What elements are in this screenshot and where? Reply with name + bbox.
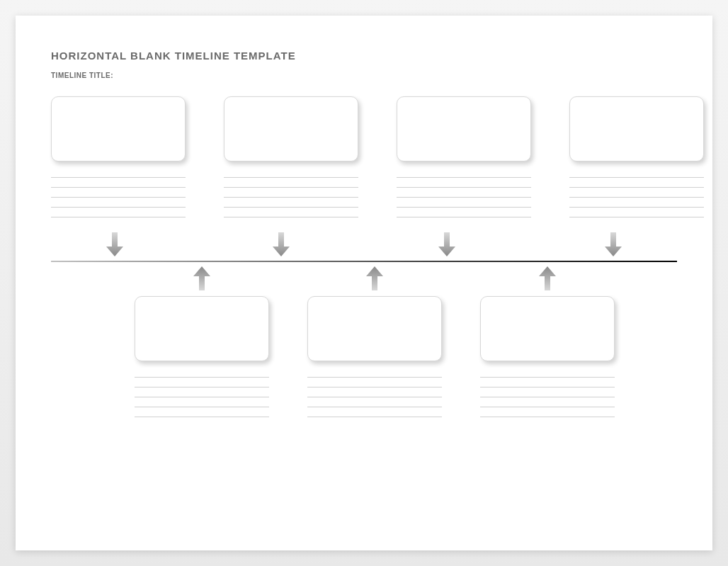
writing-line[interactable]: [135, 407, 269, 407]
arrow-down-icon: [106, 232, 123, 256]
event-block: [307, 296, 442, 426]
event-block: [397, 96, 531, 227]
writing-line[interactable]: [397, 217, 531, 217]
down-arrows-row: [51, 232, 677, 256]
event-card[interactable]: [224, 96, 358, 162]
event-card[interactable]: [397, 96, 531, 162]
writing-line[interactable]: [307, 397, 442, 397]
arrow-down-icon: [438, 232, 455, 256]
event-block: [569, 96, 704, 227]
up-arrows-row: [135, 266, 677, 290]
writing-line[interactable]: [224, 197, 358, 198]
event-card[interactable]: [307, 296, 442, 361]
writing-line[interactable]: [51, 187, 186, 188]
event-block: [480, 296, 615, 426]
writing-line[interactable]: [51, 207, 186, 208]
timeline-title-label: TIMELINE TITLE:: [51, 72, 677, 79]
event-lines: [224, 177, 358, 217]
writing-line[interactable]: [135, 377, 269, 378]
arrow-up-icon: [539, 266, 556, 290]
page-title: HORIZONTAL BLANK TIMELINE TEMPLATE: [51, 50, 677, 62]
arrow-down-icon: [273, 232, 290, 256]
event-lines: [480, 377, 615, 417]
top-events-row: [51, 96, 677, 227]
writing-line[interactable]: [224, 207, 358, 208]
writing-line[interactable]: [135, 417, 269, 417]
event-card[interactable]: [569, 96, 704, 162]
writing-line[interactable]: [224, 177, 358, 178]
event-block: [224, 96, 358, 227]
writing-line[interactable]: [569, 207, 704, 208]
writing-line[interactable]: [569, 187, 704, 188]
writing-line[interactable]: [397, 187, 531, 188]
event-card[interactable]: [480, 296, 615, 361]
event-card[interactable]: [51, 96, 186, 162]
event-lines: [135, 377, 269, 417]
event-lines: [397, 177, 531, 217]
writing-line[interactable]: [397, 177, 531, 178]
writing-line[interactable]: [307, 387, 442, 387]
writing-line[interactable]: [307, 377, 442, 378]
writing-line[interactable]: [569, 177, 704, 178]
event-lines: [51, 177, 186, 217]
event-block: [51, 96, 186, 227]
event-lines: [307, 377, 442, 417]
writing-line[interactable]: [569, 197, 704, 198]
writing-line[interactable]: [480, 387, 615, 387]
writing-line[interactable]: [480, 397, 615, 397]
writing-line[interactable]: [224, 217, 358, 217]
event-lines: [569, 177, 704, 217]
writing-line[interactable]: [480, 407, 615, 407]
writing-line[interactable]: [51, 177, 186, 178]
event-block: [135, 296, 269, 426]
timeline-axis: [51, 261, 677, 262]
arrow-down-icon: [605, 232, 622, 256]
writing-line[interactable]: [51, 197, 186, 198]
template-page: HORIZONTAL BLANK TIMELINE TEMPLATE TIMEL…: [16, 16, 712, 550]
writing-line[interactable]: [135, 397, 269, 397]
arrow-up-icon: [193, 266, 210, 290]
event-card[interactable]: [135, 296, 269, 361]
writing-line[interactable]: [480, 377, 615, 378]
writing-line[interactable]: [397, 197, 531, 198]
writing-line[interactable]: [397, 207, 531, 208]
writing-line[interactable]: [135, 387, 269, 387]
writing-line[interactable]: [307, 417, 442, 417]
arrow-up-icon: [366, 266, 383, 290]
writing-line[interactable]: [51, 217, 186, 217]
writing-line[interactable]: [307, 407, 442, 407]
writing-line[interactable]: [480, 417, 615, 417]
writing-line[interactable]: [569, 217, 704, 217]
bottom-events-row: [135, 296, 677, 426]
writing-line[interactable]: [224, 187, 358, 188]
